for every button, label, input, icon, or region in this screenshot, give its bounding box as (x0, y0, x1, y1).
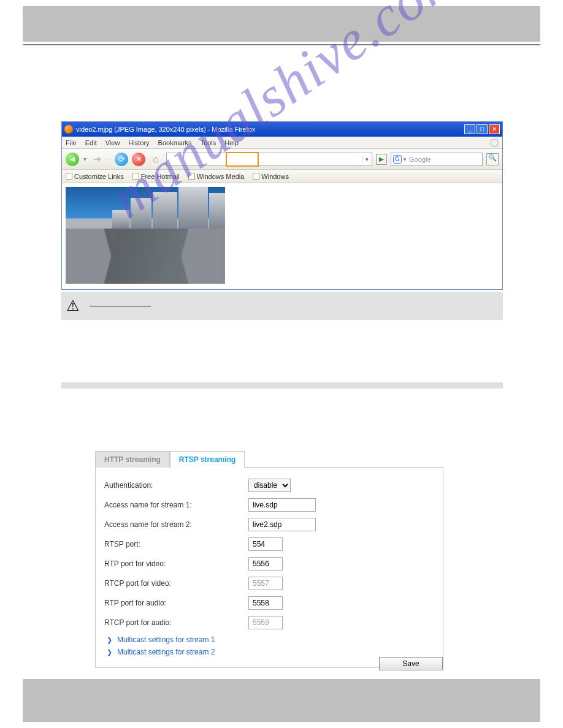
note-box: ⚠ (61, 292, 503, 320)
rtp-audio-input[interactable] (248, 596, 283, 610)
menu-file[interactable]: File (66, 139, 77, 146)
rtp-video-label: RTP port for video: (104, 559, 248, 568)
menu-help[interactable]: Help (224, 139, 239, 146)
rtcp-video-label: RTCP port for video: (104, 579, 248, 588)
browser-title: video2.mjpg (JPEG Image, 320x240 pixels)… (76, 126, 255, 133)
browser-content (62, 183, 502, 289)
stop-button[interactable]: ✕ (132, 153, 145, 166)
tab-http-streaming[interactable]: HTTP streaming (95, 451, 170, 468)
browser-nav-bar: ◄ ▾ ➔ · ⟳ ✕ ⌂ ▾ ▶ G ▾ Google 🔍 (62, 149, 502, 170)
tab-rtsp-streaming[interactable]: RTSP streaming (170, 451, 245, 468)
search-button[interactable]: 🔍 (486, 153, 499, 165)
url-dropdown[interactable]: ▾ (362, 156, 372, 162)
warning-icon: ⚠ (66, 297, 85, 314)
section-divider (61, 382, 503, 389)
auth-select[interactable]: disable (248, 479, 291, 492)
save-button[interactable]: Save (379, 657, 443, 670)
menu-bookmarks[interactable]: Bookmarks (158, 139, 192, 146)
video-preview (66, 187, 225, 284)
back-dropdown[interactable]: ▾ (83, 156, 86, 162)
home-button[interactable]: ⌂ (149, 153, 163, 166)
forward-button[interactable]: ➔ (90, 153, 104, 166)
auth-label: Authentication: (104, 481, 248, 490)
google-icon: G (393, 155, 402, 164)
throbber-icon (490, 138, 499, 147)
menu-view[interactable]: View (105, 139, 120, 146)
streaming-settings-panel: HTTP streaming RTSP streaming Authentica… (95, 450, 443, 668)
search-box[interactable]: G ▾ Google (391, 153, 483, 166)
rtsp-port-label: RTSP port: (104, 540, 248, 548)
rtcp-audio-label: RTCP port for audio: (104, 618, 248, 627)
maximize-button[interactable]: □ (477, 124, 488, 134)
access2-input[interactable] (248, 518, 316, 531)
footer-band (23, 679, 540, 722)
menu-history[interactable]: History (128, 139, 149, 146)
firefox-icon (64, 125, 73, 134)
access1-input[interactable] (248, 498, 316, 512)
bookmark-customize-links[interactable]: Customize Links (66, 173, 124, 180)
rtsp-pane: Authentication: disable Access name for … (95, 467, 443, 668)
rtcp-video-input (248, 577, 283, 590)
back-button[interactable]: ◄ (66, 153, 79, 166)
note-underline (90, 306, 151, 306)
browser-window: video2.mjpg (JPEG Image, 320x240 pixels)… (61, 121, 503, 290)
rtsp-port-input[interactable] (248, 537, 283, 551)
bookmark-windows[interactable]: Windows (253, 173, 289, 180)
chevron-right-icon: ❯ (107, 636, 112, 644)
rtcp-audio-input (248, 616, 283, 629)
multicast-stream2-expand[interactable]: ❯ Multicast settings for stream 2 (107, 648, 434, 656)
url-bar[interactable]: ▾ (166, 153, 372, 166)
bookmark-free-hotmail[interactable]: Free Hotmail (132, 173, 180, 180)
access1-label: Access name for stream 1: (104, 501, 248, 509)
chevron-right-icon: ❯ (107, 648, 112, 656)
search-placeholder: Google (409, 156, 431, 163)
close-button[interactable]: ✕ (489, 124, 500, 134)
header-underline (23, 44, 540, 45)
rtp-video-input[interactable] (248, 557, 283, 571)
multicast-stream1-expand[interactable]: ❯ Multicast settings for stream 1 (107, 635, 434, 644)
browser-title-bar: video2.mjpg (JPEG Image, 320x240 pixels)… (62, 122, 502, 137)
rtp-audio-label: RTP port for audio: (104, 599, 248, 607)
url-highlight (226, 152, 259, 167)
reload-button[interactable]: ⟳ (115, 153, 128, 166)
nav-separator: · (107, 156, 111, 162)
browser-menu-bar: File Edit View History Bookmarks Tools H… (62, 137, 502, 149)
menu-edit[interactable]: Edit (85, 139, 97, 146)
header-band (23, 6, 540, 42)
menu-tools[interactable]: Tools (201, 139, 216, 146)
minimize-button[interactable]: _ (464, 124, 475, 134)
bookmark-windows-media[interactable]: Windows Media (188, 173, 245, 180)
bookmark-toolbar: Customize Links Free Hotmail Windows Med… (62, 170, 502, 183)
go-button[interactable]: ▶ (376, 154, 387, 165)
access2-label: Access name for stream 2: (104, 520, 248, 529)
